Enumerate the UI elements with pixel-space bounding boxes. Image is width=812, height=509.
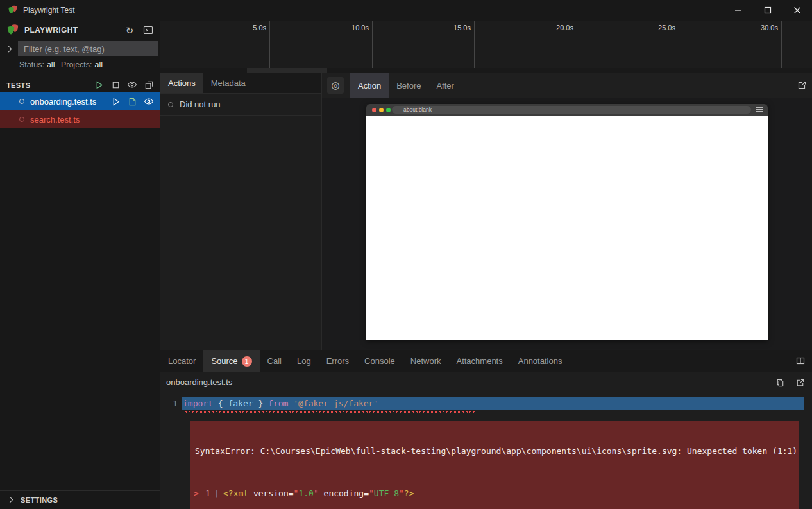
timeline-gridline bbox=[781, 21, 782, 68]
test-row-onboarding[interactable]: onboarding.test.ts bbox=[0, 92, 160, 110]
tab-call[interactable]: Call bbox=[260, 350, 289, 372]
filter-input[interactable] bbox=[18, 41, 158, 56]
titlebar: Playwright Test bbox=[0, 0, 812, 21]
browser-chrome: about:blank bbox=[366, 104, 768, 116]
tab-label: Log bbox=[297, 356, 311, 366]
test-status-icon bbox=[19, 99, 24, 104]
tab-before[interactable]: Before bbox=[389, 73, 428, 98]
line-number: 1 bbox=[160, 397, 182, 410]
stop-button[interactable] bbox=[110, 79, 121, 91]
split-view-button[interactable] bbox=[795, 356, 806, 366]
collapse-all-icon bbox=[144, 80, 154, 90]
error-squiggle bbox=[183, 411, 476, 414]
timeline[interactable]: 5.0s 10.0s 15.0s 20.0s 25.0s 30.0s bbox=[160, 21, 812, 73]
watch-icon bbox=[144, 96, 154, 107]
timeline-tick-label: 25.0s bbox=[643, 24, 675, 31]
timeline-gridline bbox=[474, 21, 475, 68]
test-status-icon bbox=[19, 117, 24, 122]
test-row-search[interactable]: search.test.ts bbox=[0, 110, 160, 128]
action-label: Did not run bbox=[180, 99, 221, 109]
collapse-all-button[interactable] bbox=[143, 79, 155, 91]
timeline-tick-label: 5.0s bbox=[234, 24, 266, 31]
playwright-logo-icon bbox=[6, 23, 19, 38]
sidebar-title: PLAYWRIGHT bbox=[24, 26, 78, 35]
tab-attachments[interactable]: Attachments bbox=[448, 350, 510, 372]
timeline-gridline bbox=[679, 21, 679, 68]
run-test-button[interactable] bbox=[110, 96, 121, 107]
settings-title: SETTINGS bbox=[21, 496, 58, 504]
external-link-icon bbox=[795, 378, 805, 388]
timeline-tick-label: 15.0s bbox=[439, 24, 471, 31]
close-icon bbox=[793, 6, 801, 14]
split-view-icon bbox=[795, 356, 806, 366]
tab-metadata[interactable]: Metadata bbox=[203, 73, 253, 93]
status-value[interactable]: all bbox=[47, 60, 55, 69]
tab-locator[interactable]: Locator bbox=[160, 350, 203, 372]
tab-annotations[interactable]: Annotations bbox=[511, 350, 570, 372]
maximize-traffic-light bbox=[386, 108, 391, 112]
window-title: Playwright Test bbox=[23, 6, 74, 15]
tab-source[interactable]: Source 1 bbox=[203, 350, 259, 372]
timeline-gridline bbox=[577, 21, 577, 68]
copy-source-button[interactable] bbox=[774, 377, 786, 388]
tab-after[interactable]: After bbox=[428, 73, 461, 98]
terminal-icon bbox=[143, 25, 153, 35]
error-block: SyntaxError: C:\Courses\EpicWeb\full-sta… bbox=[190, 421, 799, 509]
minimize-traffic-light bbox=[379, 108, 384, 112]
status-label: Status: bbox=[19, 60, 44, 69]
action-list-item[interactable]: Did not run bbox=[160, 94, 321, 116]
menu-icon bbox=[756, 107, 763, 114]
status-filter-row: Status:all Projects:all bbox=[19, 60, 106, 72]
traffic-lights bbox=[372, 108, 391, 112]
timeline-gridline bbox=[269, 21, 270, 68]
filter-row bbox=[0, 40, 160, 58]
timeline-tick-label: 30.0s bbox=[746, 24, 778, 31]
pick-locator-icon: ◎ bbox=[331, 80, 339, 91]
frame-line-number: 1 bbox=[202, 488, 210, 499]
source-code-view[interactable]: 1 import { faker } from '@faker-js/faker… bbox=[160, 393, 812, 509]
timeline-tick-label: 20.0s bbox=[541, 24, 573, 31]
tab-action[interactable]: Action bbox=[350, 73, 389, 98]
pick-locator-button[interactable]: ◎ bbox=[327, 77, 344, 94]
error-message: SyntaxError: C:\Courses\EpicWeb\full-sta… bbox=[194, 445, 791, 457]
projects-value[interactable]: all bbox=[95, 60, 103, 69]
test-name: search.test.ts bbox=[30, 115, 80, 125]
show-source-button[interactable] bbox=[126, 96, 138, 107]
close-traffic-light bbox=[372, 108, 376, 112]
close-button[interactable] bbox=[782, 0, 812, 21]
action-status-icon bbox=[168, 102, 173, 107]
watch-test-button[interactable] bbox=[143, 96, 155, 107]
tests-title: TESTS bbox=[6, 82, 30, 89]
page-url: about:blank bbox=[403, 107, 432, 113]
tab-network[interactable]: Network bbox=[403, 350, 449, 372]
refresh-button[interactable]: ↻ bbox=[123, 24, 136, 37]
watch-all-button[interactable] bbox=[126, 79, 138, 91]
external-link-icon bbox=[797, 80, 807, 91]
run-all-button[interactable] bbox=[93, 79, 105, 91]
timeline-strip bbox=[160, 68, 812, 73]
watch-all-icon bbox=[127, 80, 137, 90]
timeline-gridline bbox=[372, 21, 373, 68]
sidebar: PLAYWRIGHT ↻ Status:all Projects:all TES… bbox=[0, 21, 160, 509]
details-tabbar: Locator Source 1 Call Log Errors Console… bbox=[160, 350, 812, 372]
minimize-button[interactable] bbox=[723, 0, 753, 21]
chevron-right-icon[interactable] bbox=[6, 46, 12, 52]
snapshot-panel: ◎ Action Before After about:b bbox=[321, 73, 812, 350]
open-snapshot-external-button[interactable] bbox=[797, 80, 807, 91]
tab-log[interactable]: Log bbox=[289, 350, 319, 372]
code-line-1: 1 import { faker } from '@faker-js/faker… bbox=[160, 397, 812, 410]
open-source-external-button[interactable] bbox=[794, 377, 806, 388]
settings-section-header[interactable]: SETTINGS bbox=[0, 490, 160, 508]
run-test-icon bbox=[111, 97, 121, 107]
error-frame-row: > 1 | <?xml version="1.0" encoding="UTF-… bbox=[194, 488, 791, 499]
snapshot-toolbar: ◎ Action Before After bbox=[322, 73, 812, 98]
actions-panel: Actions Metadata Did not run bbox=[160, 73, 321, 350]
maximize-button[interactable] bbox=[753, 0, 782, 21]
frame-code: <?xml version="1.0" encoding="UTF-8"?> bbox=[223, 488, 414, 499]
terminal-button[interactable] bbox=[142, 24, 155, 37]
run-all-icon bbox=[94, 80, 104, 90]
tab-console[interactable]: Console bbox=[357, 350, 403, 372]
tab-errors[interactable]: Errors bbox=[319, 350, 357, 372]
chevron-right-icon bbox=[7, 497, 13, 503]
tab-actions[interactable]: Actions bbox=[160, 73, 203, 93]
